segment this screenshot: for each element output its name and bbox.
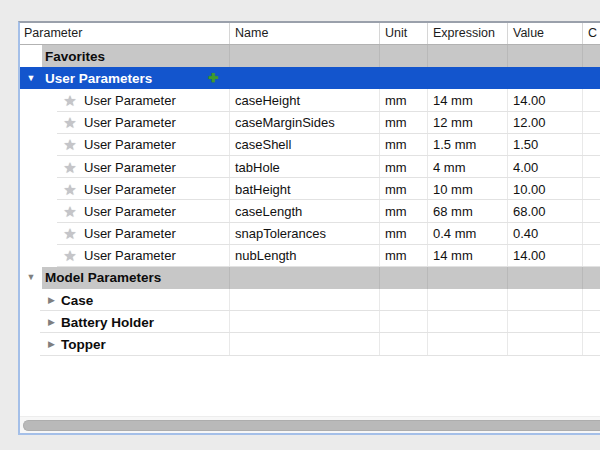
param-expression-cell[interactable]: 12 mm <box>428 112 508 134</box>
param-expression-cell[interactable]: 10 mm <box>428 178 508 200</box>
model-parameters-group-label: Model Parameters <box>42 270 161 285</box>
param-name-cell[interactable]: tabHole <box>230 156 380 178</box>
param-value-cell: 14.00 <box>508 89 583 111</box>
parameters-table: Parameter Name Unit Expression Value C F… <box>18 21 600 435</box>
param-type-label: User Parameter <box>84 137 176 152</box>
favorite-star-icon[interactable]: ★ <box>62 160 78 175</box>
param-value-cell: 10.00 <box>508 178 583 200</box>
param-type-label: User Parameter <box>84 226 176 241</box>
param-comments-cell[interactable] <box>583 156 600 178</box>
param-unit-cell: mm <box>380 178 428 200</box>
param-unit-cell: mm <box>380 89 428 111</box>
param-comments-cell[interactable] <box>583 112 600 134</box>
param-name-cell[interactable]: caseLength <box>230 200 380 222</box>
param-unit-cell: mm <box>380 245 428 267</box>
add-user-parameter-button[interactable]: ✚ <box>208 72 218 84</box>
param-row-snapTolerances[interactable]: ★ User Parameter snapTolerances mm 0.4 m… <box>20 223 600 245</box>
param-expression-cell[interactable]: 14 mm <box>428 89 508 111</box>
horizontal-scrollbar[interactable] <box>20 416 600 433</box>
favorite-star-icon[interactable]: ★ <box>62 226 78 241</box>
model-group-row-battery-holder[interactable]: ▶ Battery Holder <box>20 311 600 333</box>
user-parameters-expander[interactable]: ▼ <box>20 67 42 89</box>
parameters-dialog: Parameter Name Unit Expression Value C F… <box>0 0 600 450</box>
user-parameters-group-label: User Parameters <box>42 71 152 86</box>
param-unit-cell: mm <box>380 156 428 178</box>
column-header-parameter[interactable]: Parameter <box>20 23 230 44</box>
param-name-cell[interactable]: caseHeight <box>230 89 380 111</box>
param-unit-cell: mm <box>380 223 428 245</box>
column-header-unit[interactable]: Unit <box>380 23 428 44</box>
param-type-label: User Parameter <box>84 160 176 175</box>
param-comments-cell[interactable] <box>583 89 600 111</box>
model-group-label: Battery Holder <box>61 315 154 330</box>
favorite-star-icon[interactable]: ★ <box>62 93 78 108</box>
chevron-right-icon[interactable]: ▶ <box>48 340 55 349</box>
param-comments-cell[interactable] <box>583 178 600 200</box>
favorite-star-icon[interactable]: ★ <box>62 248 78 263</box>
favorite-star-icon[interactable]: ★ <box>62 204 78 219</box>
param-value-cell: 1.50 <box>508 134 583 156</box>
param-value-cell: 0.40 <box>508 223 583 245</box>
param-value-cell: 68.00 <box>508 200 583 222</box>
param-value-cell: 4.00 <box>508 156 583 178</box>
favorite-star-icon[interactable]: ★ <box>62 182 78 197</box>
param-type-label: User Parameter <box>84 93 176 108</box>
group-row-model-parameters[interactable]: ▼ Model Parameters <box>20 267 600 289</box>
param-unit-cell: mm <box>380 112 428 134</box>
model-group-label: Topper <box>61 337 106 352</box>
param-row-nubLength[interactable]: ★ User Parameter nubLength mm 14 mm 14.0… <box>20 245 600 267</box>
column-header-name[interactable]: Name <box>230 23 380 44</box>
param-comments-cell[interactable] <box>583 200 600 222</box>
param-row-caseHeight[interactable]: ★ User Parameter caseHeight mm 14 mm 14.… <box>20 89 600 111</box>
table-header: Parameter Name Unit Expression Value C <box>20 23 600 45</box>
param-expression-cell[interactable]: 1.5 mm <box>428 134 508 156</box>
param-value-cell: 14.00 <box>508 245 583 267</box>
chevron-right-icon[interactable]: ▶ <box>48 296 55 305</box>
param-value-cell: 12.00 <box>508 112 583 134</box>
model-group-label: Case <box>61 293 93 308</box>
param-expression-cell[interactable]: 68 mm <box>428 200 508 222</box>
param-comments-cell[interactable] <box>583 245 600 267</box>
favorites-group-bar: Favorites <box>42 45 600 67</box>
group-row-user-parameters[interactable]: ▼ User Parameters ✚ <box>20 67 600 89</box>
favorite-star-icon[interactable]: ★ <box>62 115 78 130</box>
chevron-right-icon[interactable]: ▶ <box>48 318 55 327</box>
param-unit-cell: mm <box>380 134 428 156</box>
column-header-comments[interactable]: C <box>583 23 600 44</box>
param-row-tabHole[interactable]: ★ User Parameter tabHole mm 4 mm 4.00 <box>20 156 600 178</box>
param-type-label: User Parameter <box>84 204 176 219</box>
model-group-row-case[interactable]: ▶ Case <box>20 289 600 311</box>
param-row-batHeight[interactable]: ★ User Parameter batHeight mm 10 mm 10.0… <box>20 178 600 200</box>
favorites-expander-gutter <box>20 45 42 67</box>
favorites-group-label: Favorites <box>42 49 105 64</box>
column-header-expression[interactable]: Expression <box>428 23 508 44</box>
model-parameters-expander[interactable]: ▼ <box>20 267 42 289</box>
param-type-label: User Parameter <box>84 248 176 263</box>
param-row-caseShell[interactable]: ★ User Parameter caseShell mm 1.5 mm 1.5… <box>20 134 600 156</box>
param-name-cell[interactable]: caseMarginSides <box>230 112 380 134</box>
param-comments-cell[interactable] <box>583 223 600 245</box>
favorite-star-icon[interactable]: ★ <box>62 137 78 152</box>
param-row-caseLength[interactable]: ★ User Parameter caseLength mm 68 mm 68.… <box>20 200 600 222</box>
column-header-value[interactable]: Value <box>508 23 583 44</box>
param-name-cell[interactable]: snapTolerances <box>230 223 380 245</box>
group-row-favorites[interactable]: Favorites <box>20 45 600 67</box>
param-name-cell[interactable]: batHeight <box>230 178 380 200</box>
row-separator <box>40 355 600 356</box>
model-parameters-group-bar: Model Parameters <box>42 267 600 289</box>
param-row-caseMarginSides[interactable]: ★ User Parameter caseMarginSides mm 12 m… <box>20 112 600 134</box>
horizontal-scrollbar-thumb[interactable] <box>23 420 600 431</box>
param-name-cell[interactable]: caseShell <box>230 134 380 156</box>
param-expression-cell[interactable]: 14 mm <box>428 245 508 267</box>
param-unit-cell: mm <box>380 200 428 222</box>
param-name-cell[interactable]: nubLength <box>230 245 380 267</box>
param-type-label: User Parameter <box>84 182 176 197</box>
param-comments-cell[interactable] <box>583 134 600 156</box>
param-expression-cell[interactable]: 4 mm <box>428 156 508 178</box>
param-expression-cell[interactable]: 0.4 mm <box>428 223 508 245</box>
model-group-row-topper[interactable]: ▶ Topper <box>20 333 600 355</box>
param-type-label: User Parameter <box>84 115 176 130</box>
chevron-down-icon: ▼ <box>27 74 36 83</box>
chevron-down-icon: ▼ <box>27 273 36 282</box>
